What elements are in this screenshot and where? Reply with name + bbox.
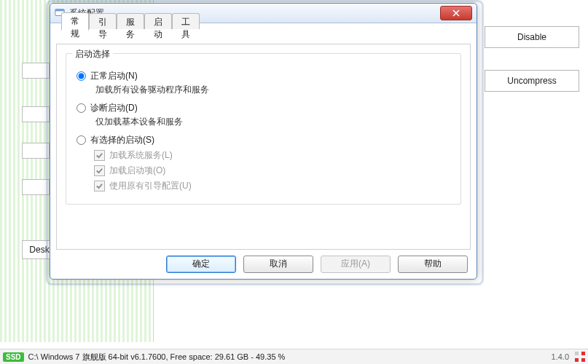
close-button[interactable]	[440, 6, 472, 20]
btn-label: 取消	[270, 258, 287, 269]
radio-normal-input[interactable]	[77, 71, 86, 81]
check-label: 使用原有引导配置(U)	[109, 180, 192, 192]
radio-diagnostic-startup[interactable]: 诊断启动(D)	[75, 102, 452, 114]
startup-selection-group: 启动选择 正常启动(N) 加载所有设备驱动程序和服务 诊断启动(D) 仅加载基本…	[66, 53, 461, 205]
check-label: 加载系统服务(L)	[109, 149, 173, 162]
tab-label: 服务	[126, 17, 135, 39]
tab-label: 工具	[181, 17, 190, 39]
checkbox-icon	[94, 150, 105, 161]
radio-normal-label: 正常启动(N)	[90, 70, 138, 82]
btn-label: 帮助	[424, 258, 442, 269]
radio-select-label: 有选择的启动(S)	[90, 134, 154, 146]
tab-services[interactable]: 服务	[117, 13, 144, 29]
uncompress-label: Uncompress	[507, 76, 556, 86]
status-text: C:\ Windows 7 旗舰版 64-bit v6.1.7600, Free…	[28, 352, 286, 363]
radio-selective-startup[interactable]: 有选择的启动(S)	[75, 134, 452, 146]
disable-label: Disable	[517, 32, 546, 42]
checkbox-icon	[94, 165, 105, 176]
version-text: 1.4.0	[552, 352, 569, 361]
tab-label: 启动	[154, 17, 162, 39]
tab-bar: 常规 引导 服务 启动 工具	[61, 12, 200, 28]
tab-tools[interactable]: 工具	[172, 13, 200, 29]
desk-label: Desk	[29, 245, 49, 255]
check-load-startup: 加载启动项(O)	[94, 165, 452, 177]
radio-diag-label: 诊断启动(D)	[90, 102, 138, 114]
apply-button: 应用(A)	[321, 256, 391, 273]
msconfig-dialog: 系统配置 常规 引导 服务 启动 工具 启动选择 正常启动(N)	[50, 3, 477, 280]
bg-input-1[interactable]	[22, 63, 50, 79]
cancel-button[interactable]: 取消	[243, 256, 313, 273]
tab-general[interactable]: 常规	[61, 12, 89, 31]
status-bar: SSD C:\ Windows 7 旗舰版 64-bit v6.1.7600, …	[0, 349, 588, 364]
radio-normal-startup[interactable]: 正常启动(N)	[75, 70, 452, 82]
tab-boot[interactable]: 引导	[89, 13, 117, 29]
btn-label: 应用(A)	[341, 258, 370, 269]
check-use-original-boot: 使用原有引导配置(U)	[94, 180, 452, 192]
bg-input-3[interactable]	[22, 143, 50, 159]
group-label: 启动选择	[72, 48, 113, 60]
tab-label: 常规	[71, 16, 79, 39]
radio-diag-sub: 仅加载基本设备和服务	[95, 116, 452, 128]
radio-select-input[interactable]	[77, 135, 86, 145]
help-button[interactable]: 帮助	[398, 256, 468, 273]
tray-icon[interactable]	[575, 352, 585, 362]
tab-label: 引导	[98, 17, 107, 39]
check-label: 加载启动项(O)	[109, 165, 165, 177]
selective-checks: 加载系统服务(L) 加载启动项(O) 使用原有引导配置(U)	[94, 149, 452, 192]
radio-diag-input[interactable]	[77, 103, 86, 113]
tab-startup[interactable]: 启动	[144, 13, 172, 29]
dialog-buttons: 确定 取消 应用(A) 帮助	[166, 256, 468, 273]
btn-label: 确定	[192, 258, 210, 269]
ssd-badge: SSD	[3, 352, 24, 362]
checkbox-icon	[94, 181, 105, 191]
uncompress-button[interactable]: Uncompress	[485, 70, 579, 92]
radio-normal-sub: 加载所有设备驱动程序和服务	[95, 84, 452, 96]
svg-rect-1	[55, 9, 64, 12]
bg-input-4[interactable]	[22, 179, 50, 195]
close-icon	[452, 9, 460, 17]
dialog-body: 启动选择 正常启动(N) 加载所有设备驱动程序和服务 诊断启动(D) 仅加载基本…	[56, 44, 471, 250]
check-load-services: 加载系统服务(L)	[94, 149, 452, 162]
ok-button[interactable]: 确定	[166, 256, 236, 273]
disable-button[interactable]: Disable	[485, 26, 579, 48]
bg-input-2[interactable]	[22, 106, 50, 122]
